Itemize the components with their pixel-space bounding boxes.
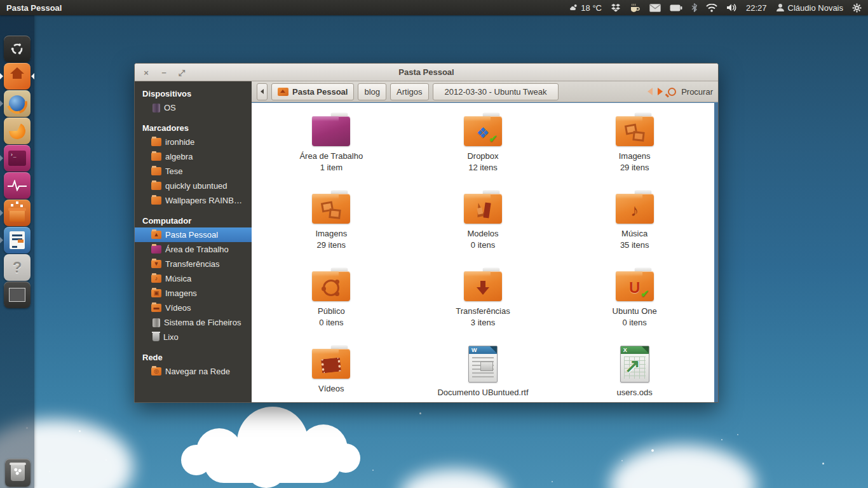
ubuntu-one-emblem-icon: U — [629, 279, 640, 297]
file-item-dropbox[interactable]: ❖ ✔ Dropbox12 itens — [407, 108, 559, 186]
sidebar-item-home[interactable]: ▲Pasta Pessoal — [135, 227, 252, 242]
files-home-icon[interactable] — [4, 63, 31, 90]
orange-slice-icon[interactable] — [4, 118, 31, 144]
sidebar-item-wallpapers[interactable]: Wallpapers RAINB… — [135, 193, 252, 208]
workspace-switcher-icon[interactable] — [4, 281, 31, 308]
ubuntu-emblem-icon — [323, 280, 339, 296]
sidebar-item-desktop[interactable]: Área de Trabalho — [135, 242, 252, 257]
file-item-videos[interactable]: Vídeos — [255, 341, 407, 403]
system-monitor-icon[interactable] — [4, 172, 31, 199]
software-center-icon[interactable] — [4, 200, 31, 226]
file-item-publico[interactable]: Público0 itens — [255, 263, 407, 341]
workspace-grid-glyph — [9, 288, 25, 302]
desktop-folder-icon — [151, 245, 161, 254]
filmstrip-emblem-icon — [321, 357, 341, 373]
file-item-documento-rtf[interactable]: W Documento UBuntued.rtf — [407, 341, 559, 403]
breadcrumb-home[interactable]: Pasta Pessoal — [271, 83, 354, 100]
window-title: Pasta Pessoal — [398, 67, 454, 77]
breadcrumb-blog[interactable]: blog — [358, 83, 386, 100]
search-icon[interactable] — [668, 88, 676, 96]
terminal-icon[interactable]: ›_ — [4, 145, 31, 172]
focused-indicator — [31, 73, 34, 79]
back-arrow-icon — [261, 89, 264, 94]
ubuntu-logo-icon — [4, 36, 31, 62]
network-folder-icon: ◎ — [151, 367, 161, 376]
network-indicator[interactable] — [706, 0, 717, 15]
file-item-musica[interactable]: ♪ Música35 itens — [559, 186, 710, 263]
file-item-imagens-2[interactable]: Imagens29 itens — [255, 186, 407, 263]
music-folder-icon: ♪ — [151, 274, 161, 283]
clock-indicator[interactable]: 22:27 — [746, 0, 767, 15]
text-editor-icon[interactable] — [4, 227, 31, 254]
sidebar-item-downloads[interactable]: ▼Transferências — [135, 257, 252, 271]
file-item-ubuntu-one[interactable]: U ✔ Ubuntu One0 itens — [559, 263, 710, 341]
file-item-transferencias[interactable]: Transferências3 itens — [407, 263, 559, 341]
bluetooth-indicator[interactable] — [691, 0, 697, 15]
sidebar-item-filesystem[interactable]: Sistema de Ficheiros — [135, 315, 252, 330]
sidebar-header-devices: Dispositivos — [135, 86, 252, 100]
vertical-scrollbar[interactable] — [714, 103, 718, 403]
document-glyph — [10, 231, 25, 249]
sidebar-item-pictures[interactable]: ▣Imagens — [135, 286, 252, 301]
search-label[interactable]: Procurar — [681, 87, 713, 97]
coffee-indicator[interactable] — [630, 0, 641, 15]
sidebar-item-browse-network[interactable]: ◎Navegar na Rede — [135, 364, 252, 379]
downloads-folder-icon: ▼ — [151, 260, 161, 268]
videos-folder-icon — [311, 346, 351, 379]
breadcrumb-ubuntu-tweak[interactable]: 2012-03-30 - Ubuntu Tweak — [433, 83, 559, 100]
top-panel: Pasta Pessoal 18 °C — [0, 0, 868, 15]
folder-icon — [151, 152, 161, 161]
sidebar-item-videos[interactable]: ▬Vídeos — [135, 301, 252, 315]
running-indicator — [0, 155, 3, 161]
breadcrumb-artigos[interactable]: Artigos — [390, 83, 428, 100]
trash-can-glyph — [11, 464, 25, 481]
trash-icon[interactable] — [5, 459, 31, 487]
battery-indicator[interactable] — [670, 0, 682, 15]
weather-indicator[interactable]: 18 °C — [569, 0, 602, 15]
pulse-glyph — [4, 172, 31, 199]
file-item-users-ods[interactable]: X ↗ users.ods — [559, 341, 710, 403]
sidebar-item-tese[interactable]: Tese — [135, 164, 252, 179]
scroll-right-icon[interactable] — [658, 88, 663, 95]
filesystem-drive-icon — [153, 318, 160, 327]
public-folder-icon — [311, 268, 351, 301]
messaging-indicator[interactable] — [649, 0, 661, 15]
music-emblem-icon: ♪ — [630, 201, 639, 220]
ubuntu-launcher-icon[interactable] — [4, 36, 31, 62]
sidebar-item-algebra[interactable]: algebra — [135, 149, 252, 164]
doc-badge: W — [471, 347, 477, 353]
drive-icon — [153, 104, 160, 112]
user-icon — [776, 3, 785, 12]
icon-view[interactable]: Área de Trabalho1 item ❖ ✔ Dropbox12 ite… — [252, 102, 718, 403]
sidebar-item-trash[interactable]: Lixo — [135, 330, 252, 344]
sidebar-item-ironhide[interactable]: ironhide — [135, 135, 252, 149]
close-button[interactable]: × — [141, 69, 151, 77]
help-icon[interactable]: ? — [4, 254, 31, 281]
maximize-button[interactable]: ⤢ — [177, 69, 187, 77]
scroll-left-icon[interactable] — [648, 88, 653, 95]
pictures-folder-icon: ▣ — [151, 289, 161, 297]
dropbox-indicator[interactable] — [611, 0, 621, 15]
sidebar-item-os[interactable]: OS — [135, 100, 252, 115]
file-item-imagens-1[interactable]: Imagens29 itens — [559, 108, 710, 186]
sidebar-header-computer: Computador — [135, 214, 252, 227]
star — [552, 481, 553, 482]
sidebar-item-music[interactable]: ♪Música — [135, 271, 252, 286]
running-indicator — [0, 237, 3, 243]
toolbar: Pasta Pessoal blog Artigos 2012-03-30 - … — [252, 81, 718, 102]
file-item-desktop[interactable]: Área de Trabalho1 item — [255, 108, 407, 186]
sound-indicator[interactable] — [726, 0, 737, 15]
sidebar-item-quickly-ubuntued[interactable]: quickly ubuntued — [135, 179, 252, 193]
minimize-button[interactable]: − — [159, 69, 169, 77]
window-titlebar[interactable]: × − ⤢ Pasta Pessoal — [135, 64, 718, 81]
trash-small-icon — [153, 333, 159, 341]
firefox-icon[interactable] — [4, 90, 31, 117]
user-menu[interactable]: Cláudio Novais — [776, 0, 843, 15]
session-menu[interactable] — [852, 0, 862, 15]
volume-icon — [726, 3, 737, 12]
star — [737, 434, 738, 435]
dropbox-icon — [611, 3, 621, 13]
battery-icon — [670, 4, 682, 11]
back-button[interactable] — [257, 83, 268, 100]
file-item-modelos[interactable]: Modelos0 itens — [407, 186, 559, 263]
